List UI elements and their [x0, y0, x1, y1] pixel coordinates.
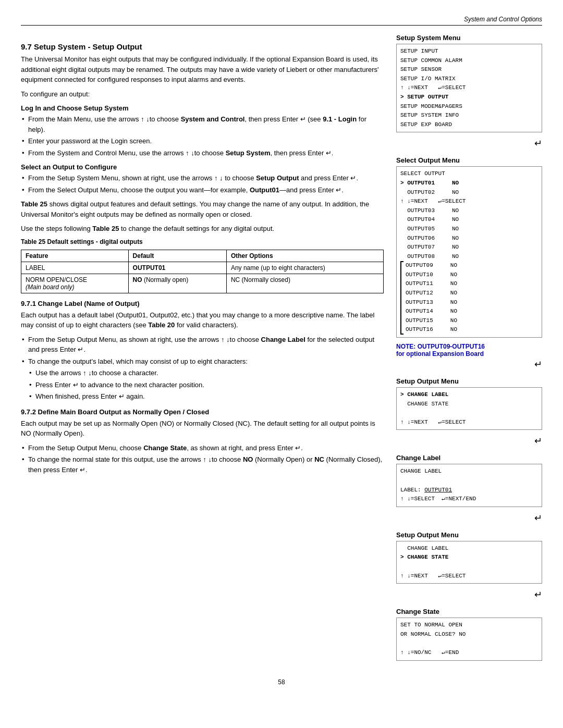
enter-arrow-3: ↵: [396, 435, 542, 447]
note-text: NOTE: OUTPUT09-OUTPUT16for optional Expa…: [396, 343, 485, 357]
menu-item: SETUP I/O MATRIX: [400, 75, 538, 84]
setup-output-menu-title-2: Setup Output Menu: [396, 531, 542, 539]
section-9-7-1-steps: From the Setup Output Menu, as shown at …: [21, 335, 384, 402]
left-column: 9.7 Setup System - Setup Output The Univ…: [21, 34, 384, 666]
log-in-heading: Log In and Choose Setup System: [21, 104, 384, 112]
cell-other-options: Any name (up to eight characters): [226, 262, 383, 274]
menu-item: OUTPUT14 NO: [406, 307, 538, 316]
log-in-steps: From the Main Menu, use the arrows ↑ ↓to…: [21, 114, 384, 158]
menu-item: OUTPUT10 NO: [406, 270, 538, 280]
menu-item: LABEL: OUTPUT01: [400, 486, 538, 495]
list-item: From the System and Control Menu, use th…: [21, 148, 384, 158]
section-9-7-2-intro: Each output may be set up as Normally Op…: [21, 418, 384, 439]
change-label-title: Change Label: [396, 454, 542, 462]
setup-system-menu-title: Setup System Menu: [396, 34, 542, 42]
menu-nav: ↑ ↓=NEXT ↵=SELECT: [400, 197, 538, 206]
table-row: NORM OPEN/CLOSE(Main board only) NO (Nor…: [21, 274, 384, 293]
page: System and Control Options 9.7 Setup Sys…: [0, 0, 563, 707]
menu-item-selected: > OUTPUT01 NO: [400, 179, 538, 188]
menu-item: OUTPUT12 NO: [406, 289, 538, 298]
enter-arrow-5: ↵: [396, 589, 542, 600]
col-other-options: Other Options: [226, 250, 383, 262]
change-state-menu: SET TO NORMAL OPEN OR NORMAL CLOSE? NO ↑…: [396, 618, 542, 660]
cell-default: NO (Normally open): [128, 274, 226, 293]
list-item: From the Select Output Menu, choose the …: [21, 185, 384, 195]
change-state-title: Change State: [396, 608, 542, 615]
header-title: System and Control Options: [464, 16, 542, 23]
table-caption: Table 25 Default settings - digital outp…: [21, 238, 384, 245]
menu-item: SETUP INPUT: [400, 47, 538, 56]
menu-item: SETUP SENSOR: [400, 65, 538, 75]
menu-item: OR NORMAL CLOSE? NO: [400, 630, 538, 639]
enter-arrow-4: ↵: [396, 512, 542, 524]
col-default: Default: [128, 250, 226, 262]
menu-nav: ↑ ↓=NEXT ↵=SELECT: [400, 418, 538, 427]
menu-item: OUTPUT04 NO: [400, 215, 538, 225]
table-intro: Table 25 shows digital output features a…: [21, 199, 384, 219]
menu-item: CHANGE LABEL: [400, 544, 538, 553]
select-output-heading: Select an Output to Configure: [21, 163, 384, 171]
setup-output-menu-1: > CHANGE LABEL CHANGE STATE ↑ ↓=NEXT ↵=S…: [396, 387, 542, 430]
menu-item: OUTPUT05 NO: [400, 225, 538, 234]
list-item: Use the arrows ↑ ↓to choose a character.: [28, 368, 384, 378]
page-header: System and Control Options: [21, 16, 542, 26]
section-9-7-1-heading: 9.7.1 Change Label (Name of Output): [21, 300, 384, 307]
menu-nav: ↑ ↓=NEXT ↵=SELECT: [400, 83, 538, 93]
col-feature: Feature: [21, 250, 129, 262]
menu-item: SET TO NORMAL OPEN: [400, 621, 538, 630]
list-item: From the Setup System Menu, shown at rig…: [21, 173, 384, 183]
to-configure: To configure an output:: [21, 89, 384, 100]
section-9-7-2-steps: From the Setup Output Menu, choose Chang…: [21, 443, 384, 475]
setup-system-menu: SETUP INPUT SETUP COMMON ALARM SETUP SEN…: [396, 44, 542, 132]
section-9-7-1-intro: Each output has a default label (Output0…: [21, 310, 384, 330]
setup-output-menu-2: CHANGE LABEL > CHANGE STATE ↑ ↓=NEXT ↵=S…: [396, 541, 542, 584]
table-row: LABEL OUTPUT01 Any name (up to eight cha…: [21, 262, 384, 274]
menu-item: OUTPUT16 NO: [406, 325, 538, 335]
menu-item: SETUP MODEM&PAGERS: [400, 102, 538, 112]
cell-feature: NORM OPEN/CLOSE(Main board only): [21, 274, 129, 293]
menu-item: SETUP SYSTEM INFO: [400, 111, 538, 120]
menu-item: OUTPUT07 NO: [400, 243, 538, 252]
select-output-menu: SELECT OUTPUT > OUTPUT01 NO OUTPUT02 NO …: [396, 166, 542, 338]
menu-item: SETUP COMMON ALARM: [400, 56, 538, 66]
note-box: NOTE: OUTPUT09-OUTPUT16for optional Expa…: [396, 343, 542, 357]
enter-arrow-2: ↵: [396, 359, 542, 370]
list-item: From the Main Menu, use the arrows ↑ ↓to…: [21, 114, 384, 134]
table-25: Feature Default Other Options LABEL OUTP…: [21, 250, 384, 293]
list-item: To change the output's label, which may …: [21, 356, 384, 402]
list-item: From the Setup Output Menu, choose Chang…: [21, 443, 384, 453]
select-output-steps: From the Setup System Menu, shown at rig…: [21, 173, 384, 195]
menu-item: OUTPUT15 NO: [406, 316, 538, 326]
menu-item: OUTPUT08 NO: [400, 252, 538, 262]
cell-default: OUTPUT01: [128, 262, 226, 274]
cell-feature: LABEL: [21, 262, 129, 274]
table-steps-intro: Use the steps following Table 25 to chan…: [21, 224, 384, 234]
section-9-7-intro: The Universal Monitor has eight outputs …: [21, 54, 384, 85]
change-label-menu: CHANGE LABEL LABEL: OUTPUT01 ↑ ↓=SELECT …: [396, 464, 542, 507]
menu-item-selected: > SETUP OUTPUT: [400, 93, 538, 102]
list-item: Press Enter ↵ to advance to the next cha…: [28, 380, 384, 390]
main-content: 9.7 Setup System - Setup Output The Univ…: [21, 34, 542, 666]
section-9-7-heading: 9.7 Setup System - Setup Output: [21, 42, 384, 51]
menu-item: OUTPUT03 NO: [400, 206, 538, 216]
menu-item: OUTPUT02 NO: [400, 188, 538, 198]
menu-item: CHANGE STATE: [400, 400, 538, 409]
section-9-7-2-heading: 9.7.2 Define Main Board Output as Normal…: [21, 408, 384, 416]
list-item: From the Setup Output Menu, as shown at …: [21, 335, 384, 355]
menu-item: OUTPUT09 NO: [406, 261, 538, 270]
menu-nav: ↑ ↓=NEXT ↵=SELECT: [400, 572, 538, 581]
menu-item: CHANGE LABEL: [400, 467, 538, 476]
list-item: To change the normal state for this outp…: [21, 454, 384, 475]
enter-arrow-1: ↵: [396, 138, 542, 149]
menu-item: OUTPUT11 NO: [406, 279, 538, 289]
cell-other-options: NC (Normally closed): [226, 274, 383, 293]
menu-item: SETUP EXP BOARD: [400, 120, 538, 130]
menu-item: OUTPUT13 NO: [406, 298, 538, 307]
menu-item: SELECT OUTPUT: [400, 169, 538, 179]
menu-nav: ↑ ↓=NO/NC ↵=END: [400, 648, 538, 658]
setup-output-menu-title-1: Setup Output Menu: [396, 377, 542, 385]
menu-item-selected: > CHANGE STATE: [400, 553, 538, 562]
select-output-menu-title: Select Output Menu: [396, 156, 542, 164]
page-number: 58: [21, 678, 542, 686]
list-item: Enter your password at the Login screen.: [21, 136, 384, 146]
